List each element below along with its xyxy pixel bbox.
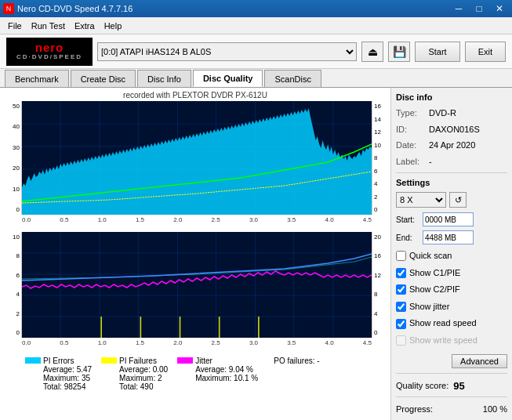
pi-failures-label: PI Failures [119,357,168,365]
tab-create-disc[interactable]: Create Disc [71,70,136,87]
quick-scan-row: Quick scan [396,249,507,263]
show-c2pif-label: Show C2/PIF [409,283,460,297]
show-c2-row: Show C2/PIF [396,283,507,297]
settings-title: Settings [396,178,507,187]
progress-value: 100 % [483,402,507,417]
eject-button[interactable]: ⏏ [361,42,383,62]
svg-rect-25 [100,317,102,338]
disc-id-label: ID: [396,123,426,136]
legend-po-failures: PO failures: - [274,357,319,391]
jitter-stats: Jitter Average: 9.04 % Maximum: 10.1 % [195,357,258,382]
legend-jitter: Jitter Average: 9.04 % Maximum: 10.1 % [177,357,258,391]
speed-row: 8 X Max 2 X 4 X 6 X 12 X 16 X ↺ [396,192,507,208]
tab-scan-disc[interactable]: ScanDisc [264,70,321,87]
disc-label-value: - [429,155,432,168]
end-input[interactable] [423,230,474,244]
progress-label: Progress: [396,402,433,417]
menu-file[interactable]: File [3,20,27,32]
quality-score-label: Quality score: [396,381,448,390]
top-chart-inner [22,101,372,215]
legend: PI Errors Average: 5.47 Maximum: 35 Tota… [3,355,387,391]
legend-pi-errors: PI Errors Average: 5.47 Maximum: 35 Tota… [25,357,92,391]
disc-date-label: Date: [396,139,426,152]
divider-1 [396,172,507,173]
disc-date-value: 24 Apr 2020 [429,139,475,152]
show-write-speed-row: Show write speed [396,334,507,348]
po-failures-label: PO failures: [274,357,314,365]
pi-failures-color [101,357,117,364]
disc-date-row: Date: 24 Apr 2020 [396,139,507,152]
title-bar-text: Nero CD-DVD Speed 4.7.7.16 [17,4,133,13]
title-bar: N Nero CD-DVD Speed 4.7.7.16 ─ □ ✕ [0,0,512,17]
end-label: End: [396,234,419,242]
po-failures-stats: PO failures: - [274,357,319,365]
tab-disc-quality[interactable]: Disc Quality [193,70,263,87]
top-chart-y-right: 16 14 12 10 8 6 4 2 0 [372,101,387,215]
show-read-speed-row: Show read speed [396,317,507,331]
start-button[interactable]: Start [415,42,459,62]
pi-errors-max: Maximum: 35 [43,374,92,382]
start-input[interactable] [423,212,474,226]
menu-help[interactable]: Help [100,20,127,32]
show-read-speed-checkbox[interactable] [396,319,406,329]
menu-run-test[interactable]: Run Test [27,20,70,32]
pi-failures-stats: PI Failures Average: 0.00 Maximum: 2 Tot… [119,357,168,391]
disc-type-value: DVD-R [429,107,456,120]
disc-label-label: Label: [396,155,426,168]
top-chart-y-left: 50 40 30 20 10 0 [3,101,22,215]
top-chart-svg [22,101,372,215]
close-button[interactable]: ✕ [490,2,509,16]
tab-benchmark[interactable]: Benchmark [5,70,69,87]
exit-button[interactable]: Exit [465,42,506,62]
save-button[interactable]: 💾 [388,42,410,62]
bottom-chart-y-left: 10 8 6 4 2 0 [3,232,22,338]
show-jitter-checkbox[interactable] [396,302,406,312]
advanced-row: Advanced [396,353,507,368]
disc-info-title: Disc info [396,92,507,102]
right-panel: Disc info Type: DVD-R ID: DAXON016S Date… [390,88,512,420]
tab-bar: Benchmark Create Disc Disc Info Disc Qua… [0,69,512,88]
jitter-avg: Average: 9.04 % [195,365,258,374]
drive-select[interactable]: [0:0] ATAPI iHAS124 B AL0S [97,42,357,61]
legend-pi-failures: PI Failures Average: 0.00 Maximum: 2 Tot… [101,357,168,391]
show-read-speed-label: Show read speed [409,317,477,331]
show-c2pif-checkbox[interactable] [396,284,406,295]
pi-failures-max: Maximum: 2 [119,374,168,382]
disc-type-label: Type: [396,107,426,120]
pi-errors-total: Total: 98254 [43,382,92,391]
advanced-button[interactable]: Advanced [452,354,507,368]
progress-row: Progress: 100 % [396,402,507,417]
main-content: recorded with PLEXTOR DVDR PX-612U 50 40… [0,88,512,420]
svg-rect-29 [258,317,260,338]
bottom-chart-y-right: 20 16 12 8 4 0 [372,232,387,338]
quick-scan-checkbox[interactable] [396,251,406,261]
minimize-button[interactable]: ─ [449,2,468,16]
svg-rect-26 [140,317,142,338]
tab-disc-info[interactable]: Disc Info [137,70,191,87]
disc-type-row: Type: DVD-R [396,107,507,120]
pi-errors-avg: Average: 5.47 [43,365,92,374]
bottom-chart-x-axis: 0.00.51.01.52.02.53.03.54.04.5 [22,338,372,353]
menu-extra[interactable]: Extra [70,20,100,32]
quick-scan-label: Quick scan [409,249,452,263]
start-label: Start: [396,215,419,224]
maximize-button[interactable]: □ [470,2,488,16]
speed-select[interactable]: 8 X Max 2 X 4 X 6 X 12 X 16 X [396,192,446,208]
disc-id-row: ID: DAXON016S [396,123,507,136]
show-c1-row: Show C1/PIE [396,266,507,281]
top-chart-x-axis: 0.00.51.01.52.02.53.03.54.04.5 [22,215,372,230]
disc-label-row: Label: - [396,155,507,168]
divider-3 [396,396,507,397]
drive-bar: nero CD·DVD/SPEED [0:0] ATAPI iHAS124 B … [0,34,512,69]
show-write-speed-checkbox [396,335,406,346]
svg-rect-27 [180,317,181,338]
show-c1pie-checkbox[interactable] [396,268,406,278]
quality-score-row: Quality score: 95 [396,380,507,392]
disc-id-value: DAXON016S [429,123,480,136]
show-jitter-row: Show jitter [396,300,507,314]
svg-rect-28 [219,317,220,338]
pi-failures-total: Total: 490 [119,382,168,391]
show-jitter-label: Show jitter [409,300,449,314]
refresh-button[interactable]: ↺ [449,192,467,208]
chart-title: recorded with PLEXTOR DVDR PX-612U [3,91,387,100]
